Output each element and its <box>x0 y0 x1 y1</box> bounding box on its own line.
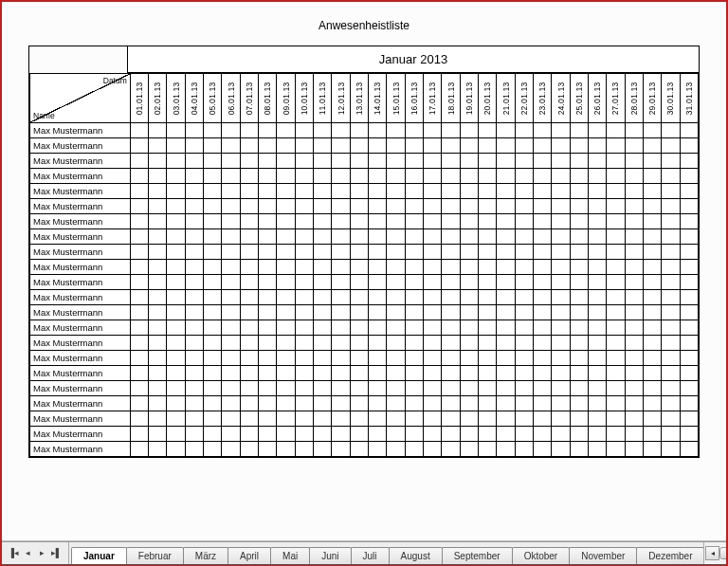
attendance-cell[interactable] <box>442 260 460 275</box>
attendance-cell[interactable] <box>424 154 442 169</box>
attendance-cell[interactable] <box>277 260 295 275</box>
attendance-cell[interactable] <box>680 184 698 199</box>
attendance-cell[interactable] <box>350 290 368 305</box>
attendance-cell[interactable] <box>350 320 368 336</box>
attendance-cell[interactable] <box>643 366 661 381</box>
attendance-cell[interactable] <box>552 184 570 199</box>
attendance-cell[interactable] <box>277 275 295 290</box>
attendance-cell[interactable] <box>460 381 478 396</box>
attendance-cell[interactable] <box>680 305 698 320</box>
attendance-cell[interactable] <box>662 366 680 381</box>
attendance-cell[interactable] <box>295 351 313 366</box>
attendance-cell[interactable] <box>515 123 533 138</box>
attendance-cell[interactable] <box>149 138 167 154</box>
attendance-cell[interactable] <box>607 396 625 411</box>
attendance-cell[interactable] <box>534 169 552 184</box>
attendance-cell[interactable] <box>643 229 661 245</box>
attendance-cell[interactable] <box>350 229 368 245</box>
attendance-cell[interactable] <box>460 396 478 411</box>
attendance-cell[interactable] <box>149 123 167 138</box>
attendance-cell[interactable] <box>424 351 442 366</box>
attendance-cell[interactable] <box>222 199 240 214</box>
attendance-cell[interactable] <box>424 305 442 320</box>
attendance-cell[interactable] <box>534 154 552 169</box>
attendance-cell[interactable] <box>680 275 698 290</box>
attendance-cell[interactable] <box>387 411 405 427</box>
attendance-cell[interactable] <box>552 351 570 366</box>
attendance-cell[interactable] <box>460 275 478 290</box>
attendance-cell[interactable] <box>405 199 423 214</box>
attendance-cell[interactable] <box>424 169 442 184</box>
attendance-cell[interactable] <box>534 138 552 154</box>
attendance-cell[interactable] <box>130 351 148 366</box>
attendance-cell[interactable] <box>204 260 222 275</box>
attendance-cell[interactable] <box>442 320 460 336</box>
attendance-cell[interactable] <box>442 123 460 138</box>
attendance-cell[interactable] <box>350 138 368 154</box>
attendance-cell[interactable] <box>130 396 148 411</box>
attendance-cell[interactable] <box>680 290 698 305</box>
attendance-cell[interactable] <box>643 184 661 199</box>
attendance-cell[interactable] <box>149 366 167 381</box>
attendance-cell[interactable] <box>662 351 680 366</box>
attendance-cell[interactable] <box>570 411 588 427</box>
attendance-cell[interactable] <box>167 320 185 336</box>
attendance-cell[interactable] <box>405 229 423 245</box>
attendance-cell[interactable] <box>460 427 478 442</box>
attendance-cell[interactable] <box>589 154 607 169</box>
attendance-cell[interactable] <box>240 381 258 396</box>
attendance-cell[interactable] <box>424 320 442 336</box>
attendance-cell[interactable] <box>277 245 295 260</box>
attendance-cell[interactable] <box>424 381 442 396</box>
attendance-cell[interactable] <box>552 214 570 229</box>
attendance-cell[interactable] <box>534 411 552 427</box>
attendance-cell[interactable] <box>607 411 625 427</box>
attendance-cell[interactable] <box>350 184 368 199</box>
attendance-cell[interactable] <box>240 184 258 199</box>
attendance-cell[interactable] <box>515 320 533 336</box>
attendance-cell[interactable] <box>387 214 405 229</box>
attendance-cell[interactable] <box>130 366 148 381</box>
attendance-cell[interactable] <box>625 275 643 290</box>
attendance-cell[interactable] <box>204 351 222 366</box>
attendance-cell[interactable] <box>222 396 240 411</box>
attendance-cell[interactable] <box>295 214 313 229</box>
attendance-cell[interactable] <box>680 260 698 275</box>
scroll-thumb[interactable] <box>719 547 726 559</box>
attendance-cell[interactable] <box>204 169 222 184</box>
attendance-cell[interactable] <box>130 214 148 229</box>
attendance-cell[interactable] <box>460 411 478 427</box>
attendance-cell[interactable] <box>497 214 515 229</box>
attendance-cell[interactable] <box>570 169 588 184</box>
attendance-cell[interactable] <box>222 260 240 275</box>
attendance-cell[interactable] <box>167 229 185 245</box>
attendance-cell[interactable] <box>295 138 313 154</box>
attendance-cell[interactable] <box>185 214 203 229</box>
attendance-cell[interactable] <box>167 169 185 184</box>
attendance-cell[interactable] <box>570 260 588 275</box>
attendance-cell[interactable] <box>277 351 295 366</box>
attendance-cell[interactable] <box>515 396 533 411</box>
attendance-cell[interactable] <box>625 184 643 199</box>
attendance-cell[interactable] <box>460 290 478 305</box>
attendance-cell[interactable] <box>479 366 497 381</box>
attendance-cell[interactable] <box>570 336 588 351</box>
attendance-cell[interactable] <box>314 290 332 305</box>
attendance-cell[interactable] <box>643 351 661 366</box>
attendance-cell[interactable] <box>369 229 387 245</box>
attendance-cell[interactable] <box>387 396 405 411</box>
attendance-cell[interactable] <box>479 138 497 154</box>
attendance-cell[interactable] <box>662 290 680 305</box>
attendance-cell[interactable] <box>369 411 387 427</box>
attendance-cell[interactable] <box>259 245 277 260</box>
attendance-cell[interactable] <box>552 154 570 169</box>
attendance-cell[interactable] <box>643 245 661 260</box>
attendance-cell[interactable] <box>222 381 240 396</box>
attendance-cell[interactable] <box>369 366 387 381</box>
attendance-cell[interactable] <box>442 214 460 229</box>
attendance-cell[interactable] <box>662 320 680 336</box>
attendance-cell[interactable] <box>277 427 295 442</box>
attendance-cell[interactable] <box>552 260 570 275</box>
attendance-cell[interactable] <box>240 245 258 260</box>
attendance-cell[interactable] <box>222 169 240 184</box>
